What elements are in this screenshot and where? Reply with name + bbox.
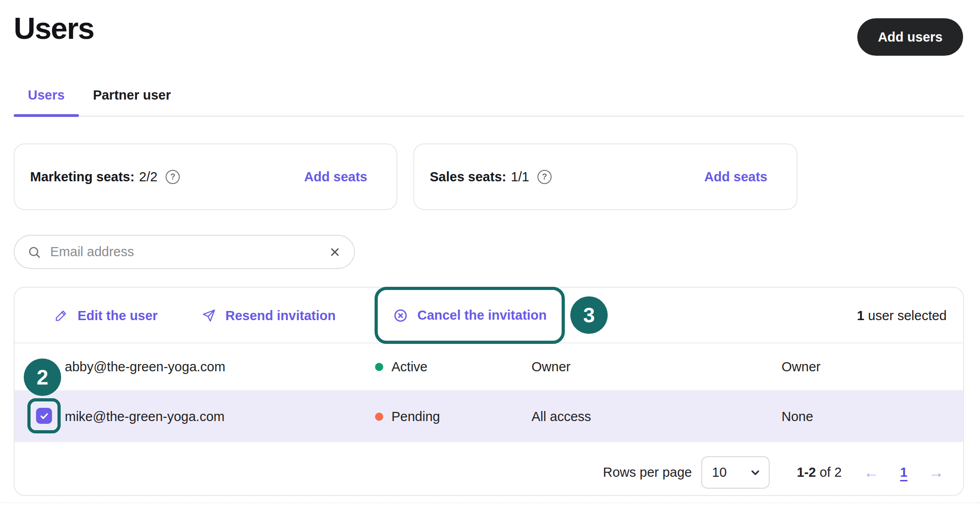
- annotation-step-3-highlight: Cancel the invitation: [375, 287, 565, 344]
- close-icon: [328, 246, 341, 258]
- arrow-right-icon[interactable]: →: [928, 464, 944, 481]
- annotation-step-2-badge: 2: [24, 358, 61, 396]
- tab-bar: Users Partner user: [14, 83, 964, 117]
- help-icon[interactable]: ?: [166, 170, 180, 184]
- annotation-step-3-badge: 3: [570, 296, 608, 334]
- sales-seats-label: Sales seats:: [430, 169, 506, 184]
- resend-invitation-label: Resend invitation: [225, 308, 336, 323]
- sales-seats-card: Sales seats: 1/1 ? Add seats: [413, 143, 798, 210]
- status-dot-pending: [375, 412, 383, 421]
- status-dot-active: [375, 363, 383, 371]
- cancel-circle-icon: [393, 308, 408, 323]
- help-icon[interactable]: ?: [537, 170, 552, 184]
- sales-seats-value: 1/1: [511, 169, 529, 184]
- selection-count-text: user selected: [864, 308, 947, 323]
- cancel-invitation-label: Cancel the invitation: [417, 308, 547, 323]
- search-input[interactable]: [50, 244, 328, 259]
- add-users-button[interactable]: Add users: [857, 18, 963, 56]
- row-access: Owner: [782, 359, 820, 374]
- add-seats-link-marketing[interactable]: Add seats: [304, 169, 367, 184]
- pagination-range: 1-2 of 2: [797, 465, 842, 480]
- pagination-bar: Rows per page 10 1-2 of 2 ← 1 →: [15, 441, 963, 495]
- marketing-seats-value: 2/2: [139, 169, 157, 184]
- row-email: abby@the-green-yoga.com: [65, 359, 225, 374]
- tab-partner-user-label: Partner user: [93, 88, 171, 102]
- bulk-actions-toolbar: Edit the user Resend invitation Cancel t…: [15, 288, 963, 343]
- clear-search-button[interactable]: [328, 246, 341, 258]
- row-role: All access: [532, 409, 591, 424]
- annotation-step-2-highlight: [27, 398, 61, 433]
- send-icon: [202, 308, 216, 323]
- search-icon: [27, 245, 41, 259]
- add-seats-link-sales[interactable]: Add seats: [704, 169, 767, 184]
- chevron-down-icon: [749, 466, 761, 479]
- add-users-button-label: Add users: [878, 30, 943, 45]
- checkmark-icon: [39, 411, 50, 422]
- table-row[interactable]: mike@the-green-yoga.com Pending All acce…: [15, 391, 963, 442]
- row-access: None: [782, 409, 813, 424]
- resend-invitation-action[interactable]: Resend invitation: [202, 288, 336, 343]
- row-status: Active: [375, 359, 427, 374]
- row-status: Pending: [375, 409, 440, 424]
- page-title: Users: [14, 11, 94, 46]
- page-number-1[interactable]: 1: [900, 465, 907, 480]
- status-label: Active: [391, 359, 427, 374]
- tab-users[interactable]: Users: [14, 83, 79, 116]
- rows-per-page-value: 10: [712, 465, 727, 480]
- cancel-invitation-action[interactable]: Cancel the invitation: [393, 308, 547, 323]
- selection-count-number: 1: [857, 308, 864, 323]
- tab-partner-user[interactable]: Partner user: [79, 83, 185, 116]
- screenshot-edge-artifact: [0, 502, 980, 503]
- selection-count: 1 user selected: [857, 288, 947, 343]
- edit-user-action[interactable]: Edit the user: [54, 288, 158, 343]
- row-role: Owner: [532, 359, 570, 374]
- status-label: Pending: [391, 409, 440, 424]
- rows-per-page-select[interactable]: 10: [701, 456, 770, 489]
- users-page: Users Add users Users Partner user Marke…: [0, 0, 980, 506]
- marketing-seats-label: Marketing seats:: [30, 169, 135, 184]
- pencil-icon: [54, 308, 68, 323]
- active-tab-underline: [14, 114, 79, 117]
- row-email: mike@the-green-yoga.com: [65, 409, 224, 424]
- edit-user-label: Edit the user: [78, 308, 158, 323]
- email-search-box[interactable]: [14, 235, 355, 269]
- users-table: Edit the user Resend invitation Cancel t…: [14, 287, 964, 496]
- arrow-left-icon[interactable]: ←: [864, 464, 879, 481]
- tab-users-label: Users: [28, 88, 65, 102]
- marketing-seats-card: Marketing seats: 2/2 ? Add seats: [14, 143, 397, 210]
- row-checkbox[interactable]: [36, 408, 52, 424]
- rows-per-page-label: Rows per page: [603, 465, 692, 480]
- table-row[interactable]: abby@the-green-yoga.com Active Owner Own…: [15, 343, 963, 391]
